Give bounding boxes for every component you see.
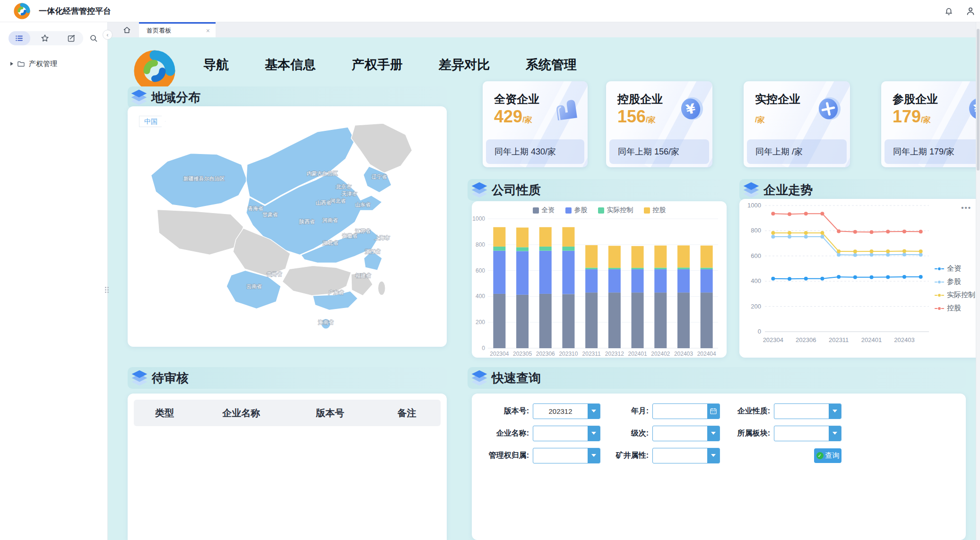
nav-item[interactable]: 产权手册 [352, 56, 403, 73]
bar-segment[interactable] [701, 246, 713, 268]
star-icon[interactable] [41, 34, 49, 43]
legend-item[interactable]: 控股 [644, 206, 666, 214]
bar-segment[interactable] [677, 269, 690, 292]
bar-segment[interactable] [608, 268, 621, 269]
trend-line[interactable] [773, 237, 920, 255]
caret-right-icon[interactable] [10, 62, 13, 66]
stat-card[interactable]: 实控企业/家同年上期 /家 [744, 81, 850, 167]
bar-segment[interactable] [701, 292, 713, 348]
bar-segment[interactable] [585, 269, 598, 292]
sidebar-item-property-management[interactable]: 产权管理 [10, 59, 57, 69]
bar-segment[interactable] [654, 292, 667, 348]
chevron-down-icon[interactable] [707, 426, 720, 441]
select-input[interactable] [774, 426, 841, 441]
trend-line[interactable] [773, 277, 920, 279]
list-icon[interactable] [15, 34, 24, 43]
province-shape[interactable] [157, 209, 243, 255]
select-input[interactable]: 202312 [533, 403, 600, 419]
nav-item[interactable]: 导航 [203, 56, 229, 73]
stat-card-value: /家 [755, 107, 764, 127]
bell-icon[interactable] [944, 7, 954, 16]
drag-handle[interactable] [105, 287, 110, 293]
bar-segment[interactable] [632, 269, 644, 292]
bar-segment[interactable] [539, 227, 552, 247]
bar-segment[interactable] [539, 251, 552, 294]
bar-segment[interactable] [677, 245, 690, 267]
chevron-down-icon[interactable] [829, 404, 841, 419]
edit-icon[interactable] [67, 34, 76, 43]
bar-segment[interactable] [539, 294, 552, 348]
query-form-field: 所属板块: [720, 425, 841, 441]
legend-item[interactable]: 全资 [533, 206, 555, 214]
bar-chart[interactable]: 0200400600800100020230420230520230620231… [472, 201, 727, 358]
bar-segment[interactable] [701, 268, 713, 269]
bar-segment[interactable] [585, 268, 598, 269]
bar-segment[interactable] [516, 228, 529, 248]
china-map[interactable]: 新疆维吾尔自治区内蒙古自治区辽宁省北京市天津市山西省河北省山东省青海省甘肃省陕西… [131, 121, 442, 342]
bar-segment[interactable] [654, 269, 667, 292]
bar-segment[interactable] [608, 292, 621, 348]
select-input[interactable] [652, 448, 720, 463]
bar-segment[interactable] [539, 247, 552, 251]
sidebar-collapse-button[interactable]: ‹ [103, 30, 113, 40]
scrollbar-thumb[interactable] [977, 29, 980, 171]
legend-item[interactable]: 参股 [565, 206, 588, 214]
bar-segment[interactable] [493, 294, 505, 348]
bar-segment[interactable] [632, 292, 644, 348]
chevron-down-icon[interactable] [588, 426, 600, 441]
select-input[interactable] [774, 403, 841, 419]
bar-segment[interactable] [654, 246, 667, 268]
bar-segment[interactable] [562, 227, 574, 247]
legend-item[interactable]: 全资 [935, 264, 975, 273]
legend-item[interactable]: 实际控制 [935, 291, 975, 300]
legend-item[interactable]: 控股 [935, 304, 975, 313]
province-shape[interactable] [351, 123, 412, 173]
trend-line[interactable] [773, 233, 920, 251]
bar-segment[interactable] [654, 268, 667, 269]
bar-segment[interactable] [516, 247, 529, 251]
select-input[interactable] [652, 426, 720, 441]
bar-segment[interactable] [677, 267, 690, 269]
tab-home-dashboard[interactable]: 首页看板 × [139, 22, 216, 37]
close-icon[interactable]: × [206, 27, 216, 34]
province-shape[interactable] [378, 281, 385, 295]
nav-item[interactable]: 差异对比 [439, 56, 490, 73]
stat-card[interactable]: 全资企业429/家同年上期 430/家 [483, 81, 588, 167]
bar-segment[interactable] [585, 292, 598, 348]
user-icon[interactable] [966, 7, 975, 16]
ellipsis-icon[interactable]: ••• [961, 204, 971, 212]
home-tab-button[interactable] [117, 22, 136, 37]
search-icon[interactable] [89, 34, 98, 43]
bar-segment[interactable] [493, 251, 505, 294]
bar-segment[interactable] [562, 294, 574, 348]
date-input[interactable] [652, 403, 720, 419]
chevron-down-icon[interactable] [829, 426, 841, 441]
bar-segment[interactable] [516, 251, 529, 295]
stat-card[interactable]: 参股企业179/家¥同年上期 179/家 [881, 81, 980, 167]
chevron-down-icon[interactable] [588, 404, 600, 419]
trend-line[interactable] [773, 214, 920, 232]
bar-segment[interactable] [562, 247, 574, 251]
stat-card[interactable]: 控股企业156/家¥同年上期 156/家 [606, 81, 712, 167]
bar-segment[interactable] [608, 269, 621, 292]
chevron-down-icon[interactable] [707, 448, 720, 463]
select-input[interactable] [533, 426, 600, 441]
nav-item[interactable]: 系统管理 [526, 56, 577, 73]
nav-item[interactable]: 基本信息 [265, 56, 316, 73]
bar-segment[interactable] [493, 247, 505, 251]
bar-segment[interactable] [516, 295, 529, 348]
bar-segment[interactable] [632, 268, 644, 269]
bar-segment[interactable] [701, 269, 713, 292]
calendar-icon[interactable] [707, 404, 720, 419]
bar-segment[interactable] [608, 246, 621, 268]
bar-segment[interactable] [632, 246, 644, 268]
legend-item[interactable]: 参股 [935, 277, 975, 286]
bar-segment[interactable] [493, 227, 505, 247]
legend-item[interactable]: 实际控制 [598, 206, 633, 214]
select-input[interactable] [533, 448, 600, 463]
bar-segment[interactable] [677, 292, 690, 348]
chevron-down-icon[interactable] [588, 448, 600, 463]
search-button[interactable]: ✓查询 [814, 448, 841, 463]
bar-segment[interactable] [562, 251, 574, 294]
bar-segment[interactable] [585, 245, 598, 268]
